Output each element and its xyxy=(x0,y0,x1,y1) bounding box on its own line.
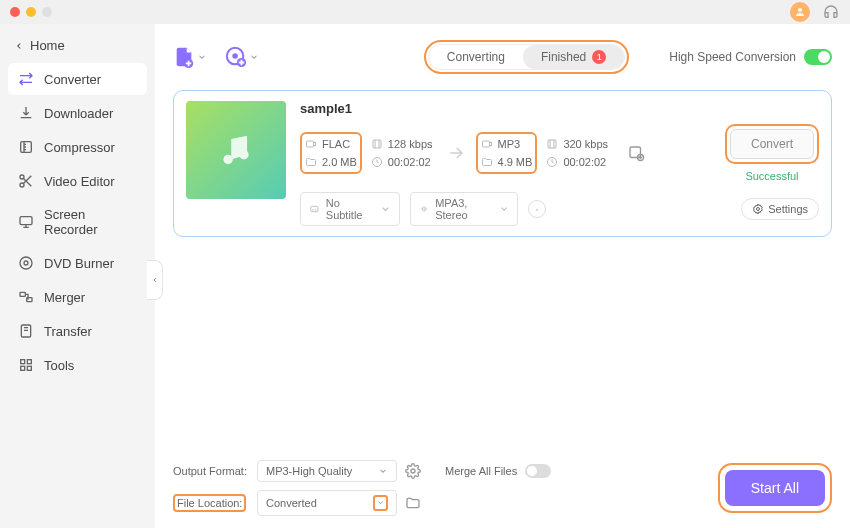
subtitle-icon xyxy=(309,203,320,215)
output-format-value: MP3-High Quality xyxy=(266,465,352,477)
audio-select[interactable]: MPA3, Stereo xyxy=(410,192,518,226)
arrow-right-icon xyxy=(446,143,466,163)
compressor-icon xyxy=(18,139,34,155)
svg-rect-24 xyxy=(548,140,556,148)
nav-label: Screen Recorder xyxy=(44,207,137,237)
sidebar-item-transfer[interactable]: Transfer xyxy=(8,315,147,347)
output-format-select[interactable]: MP3-High Quality xyxy=(257,460,397,482)
nav-label: Tools xyxy=(44,358,74,373)
support-icon[interactable] xyxy=(822,3,840,21)
file-location-label: File Location: xyxy=(173,494,246,512)
svg-point-0 xyxy=(798,8,802,12)
high-speed-row: High Speed Conversion xyxy=(669,49,832,65)
settings-label: Settings xyxy=(768,203,808,215)
download-icon xyxy=(18,105,34,121)
subtitle-select[interactable]: No Subtitle xyxy=(300,192,400,226)
tabs-highlight: Converting Finished 1 xyxy=(424,40,629,74)
chevron-down-icon xyxy=(499,203,509,215)
start-button-highlight: Start All xyxy=(718,463,832,513)
conversion-status: Successful xyxy=(745,170,798,182)
tab-label: Finished xyxy=(541,50,586,64)
svg-rect-7 xyxy=(20,292,25,296)
tab-converting[interactable]: Converting xyxy=(429,45,523,69)
sidebar-item-compressor[interactable]: Compressor xyxy=(8,131,147,163)
high-speed-label: High Speed Conversion xyxy=(669,50,796,64)
home-nav[interactable]: Home xyxy=(8,32,147,63)
svg-point-6 xyxy=(24,261,28,265)
add-disc-icon xyxy=(225,46,247,68)
svg-point-2 xyxy=(20,175,24,179)
file-location-select[interactable]: Converted xyxy=(257,490,397,516)
open-folder-icon[interactable] xyxy=(405,495,421,511)
folder-icon xyxy=(305,156,317,168)
tab-finished[interactable]: Finished 1 xyxy=(523,45,624,69)
svg-rect-23 xyxy=(482,141,489,147)
nav-label: Downloader xyxy=(44,106,113,121)
location-chevron-highlight xyxy=(373,495,388,511)
titlebar xyxy=(0,0,850,24)
sidebar-item-merger[interactable]: Merger xyxy=(8,281,147,313)
convert-button[interactable]: Convert xyxy=(730,129,814,159)
svg-rect-20 xyxy=(307,141,314,147)
clock-icon xyxy=(546,156,558,168)
add-file-icon xyxy=(173,46,195,68)
user-avatar[interactable] xyxy=(790,2,810,22)
minimize-window-button[interactable] xyxy=(26,7,36,17)
transfer-icon xyxy=(18,323,34,339)
output-format-label: Output Format: xyxy=(173,465,249,477)
gear-icon xyxy=(752,203,764,215)
target-duration: 00:02:02 xyxy=(563,156,606,168)
grid-icon xyxy=(18,357,34,373)
tab-label: Converting xyxy=(447,50,505,64)
sidebar-item-dvd-burner[interactable]: DVD Burner xyxy=(8,247,147,279)
target-format-box: MP3 4.9 MB xyxy=(476,132,538,174)
chevron-down-icon xyxy=(376,498,385,507)
nav-label: Video Editor xyxy=(44,174,115,189)
scissors-icon xyxy=(18,173,34,189)
sidebar-item-screen-recorder[interactable]: Screen Recorder xyxy=(8,199,147,245)
chevron-down-icon xyxy=(197,52,207,62)
file-settings-button[interactable]: Settings xyxy=(741,198,819,220)
svg-rect-13 xyxy=(27,366,31,370)
close-window-button[interactable] xyxy=(10,7,20,17)
nav-label: DVD Burner xyxy=(44,256,114,271)
add-file-button[interactable] xyxy=(173,46,207,68)
video-icon xyxy=(481,138,493,150)
source-format-box: FLAC 2.0 MB xyxy=(300,132,362,174)
source-format: FLAC xyxy=(322,138,350,150)
nav-label: Converter xyxy=(44,72,101,87)
source-duration: 00:02:02 xyxy=(388,156,431,168)
sidebar-item-downloader[interactable]: Downloader xyxy=(8,97,147,129)
chevron-down-icon xyxy=(378,466,388,476)
svg-point-29 xyxy=(757,208,760,211)
nav-label: Merger xyxy=(44,290,85,305)
file-info-button[interactable] xyxy=(528,200,546,218)
svg-point-19 xyxy=(239,150,249,160)
svg-point-5 xyxy=(20,257,32,269)
merge-toggle[interactable] xyxy=(525,464,551,478)
finished-count-badge: 1 xyxy=(592,50,606,64)
info-icon xyxy=(532,204,542,214)
format-settings-icon[interactable] xyxy=(627,144,645,162)
add-folder-button[interactable] xyxy=(225,46,259,68)
svg-rect-10 xyxy=(21,360,25,364)
svg-point-3 xyxy=(20,183,24,187)
svg-rect-26 xyxy=(630,147,641,158)
home-label: Home xyxy=(30,38,65,53)
start-all-button[interactable]: Start All xyxy=(725,470,825,506)
video-icon xyxy=(305,138,317,150)
file-location-value: Converted xyxy=(266,497,317,509)
svg-rect-21 xyxy=(373,140,381,148)
svg-rect-4 xyxy=(20,217,32,225)
user-icon xyxy=(794,6,806,18)
sidebar-item-tools[interactable]: Tools xyxy=(8,349,147,381)
maximize-window-button[interactable] xyxy=(42,7,52,17)
file-card: sample1 FLAC 2.0 MB 128 kbps 00:02:02 MP… xyxy=(173,90,832,237)
sidebar-item-video-editor[interactable]: Video Editor xyxy=(8,165,147,197)
merger-icon xyxy=(18,289,34,305)
screen-icon xyxy=(18,214,34,230)
output-settings-icon[interactable] xyxy=(405,463,421,479)
file-thumbnail xyxy=(186,101,286,199)
sidebar-item-converter[interactable]: Converter xyxy=(8,63,147,95)
high-speed-toggle[interactable] xyxy=(804,49,832,65)
